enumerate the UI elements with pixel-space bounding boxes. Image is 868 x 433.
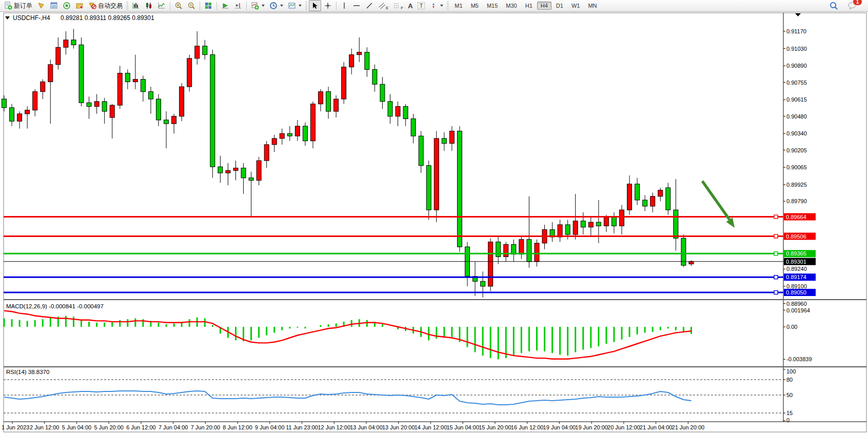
horizontal-line-button[interactable] bbox=[350, 0, 363, 11]
line-handle[interactable] bbox=[774, 252, 778, 255]
bar-chart-icon bbox=[132, 2, 140, 10]
navigator-button[interactable] bbox=[61, 0, 73, 11]
zoom-out-button[interactable] bbox=[185, 0, 198, 11]
timeframe-m15[interactable]: M15 bbox=[483, 2, 501, 10]
equidistant-channel-button[interactable]: E bbox=[376, 0, 390, 11]
chart-shift-button[interactable] bbox=[232, 0, 244, 11]
timeframe-h4[interactable]: H4 bbox=[537, 2, 551, 10]
candle-body bbox=[596, 222, 601, 226]
candle-body bbox=[249, 178, 253, 181]
time-tick-label: 7 Jun 04:00 bbox=[159, 424, 188, 430]
candle-body bbox=[156, 99, 161, 120]
arrows-tool-icon bbox=[429, 2, 438, 10]
trendline-button[interactable] bbox=[363, 0, 376, 11]
horizontal-line-icon bbox=[352, 2, 361, 10]
vertical-line-button[interactable] bbox=[339, 0, 350, 11]
candle-body bbox=[17, 114, 22, 121]
data-window-button[interactable] bbox=[48, 0, 60, 11]
time-tick-label: 12 Jun 12:00 bbox=[318, 424, 350, 430]
terminal-button[interactable] bbox=[73, 0, 86, 11]
candle-body bbox=[388, 102, 392, 116]
line-chart-icon bbox=[157, 2, 166, 10]
axis-tick-label: 0.90340 bbox=[786, 130, 807, 136]
autotrading-label: 自动交易 bbox=[98, 2, 123, 10]
candle-body bbox=[481, 281, 485, 286]
zoom-in-button[interactable] bbox=[172, 0, 185, 11]
market-watch-button[interactable] bbox=[35, 0, 47, 11]
rsi-tick-label: 100 bbox=[786, 368, 796, 375]
bar-chart-button[interactable] bbox=[130, 0, 142, 11]
new-order-button[interactable]: 新订单 bbox=[2, 0, 34, 11]
candle-body bbox=[226, 170, 230, 173]
fibonacci-button[interactable]: F bbox=[391, 0, 405, 11]
line-handle[interactable] bbox=[774, 215, 778, 219]
timeframe-m1[interactable]: M1 bbox=[451, 2, 466, 10]
candle-body bbox=[643, 200, 647, 206]
auto-scroll-button[interactable] bbox=[219, 0, 231, 11]
text-tool-button[interactable]: A bbox=[406, 0, 415, 11]
crosshair-button[interactable] bbox=[322, 0, 334, 11]
time-tick-label: 15 Jun 20:00 bbox=[479, 424, 511, 430]
timeframe-mn[interactable]: MN bbox=[584, 2, 600, 10]
templates-button[interactable] bbox=[286, 0, 304, 11]
indicators-button[interactable] bbox=[249, 0, 267, 11]
candle-body bbox=[41, 82, 45, 91]
line-handle[interactable] bbox=[774, 290, 778, 294]
axis-tick-label: 0.89240 bbox=[786, 266, 807, 272]
candle-body bbox=[79, 45, 84, 103]
autotrading-button[interactable]: 自动交易 bbox=[86, 0, 125, 11]
candle bbox=[666, 183, 670, 214]
line-handle[interactable] bbox=[774, 234, 778, 238]
candle-body bbox=[504, 244, 508, 257]
axis-tick-label: 0.90480 bbox=[786, 113, 807, 120]
tile-windows-button[interactable] bbox=[202, 0, 214, 11]
candle-body bbox=[588, 222, 593, 227]
time-tick-label: 5 Jun 04:00 bbox=[62, 424, 92, 430]
time-tick-label: 2 Jun 12:00 bbox=[30, 424, 60, 430]
new-order-icon bbox=[4, 2, 12, 10]
periods-button[interactable] bbox=[267, 0, 285, 11]
candlestick-chart-button[interactable] bbox=[143, 0, 155, 11]
candle-body bbox=[25, 110, 30, 114]
timeframe-h1[interactable]: H1 bbox=[522, 2, 536, 10]
timeframe-m30[interactable]: M30 bbox=[502, 2, 520, 10]
timeframe-m5[interactable]: M5 bbox=[467, 2, 482, 10]
candle bbox=[434, 131, 439, 222]
axis-tick-label: 0.90065 bbox=[786, 164, 807, 170]
fibonacci-icon bbox=[393, 2, 401, 10]
time-tick-label: 19 Jun 20:00 bbox=[575, 424, 608, 430]
market-watch-icon bbox=[37, 2, 45, 10]
candle bbox=[681, 234, 686, 267]
line-handle[interactable] bbox=[774, 275, 778, 279]
candle-body bbox=[303, 126, 307, 141]
cursor-button[interactable] bbox=[309, 0, 321, 11]
cursor-icon bbox=[311, 2, 319, 10]
candle-body bbox=[611, 218, 616, 226]
zoom-out-icon bbox=[187, 2, 195, 10]
axis-tick-label: 0.89100 bbox=[786, 283, 807, 289]
chart-border bbox=[4, 13, 866, 432]
data-window-icon bbox=[50, 2, 58, 10]
time-tick-label: 21 Jun 20:00 bbox=[672, 424, 705, 430]
timeframe-d1[interactable]: D1 bbox=[553, 2, 567, 10]
text-label-button[interactable]: T bbox=[416, 0, 427, 11]
zoom-in-icon bbox=[174, 2, 183, 10]
timeframe-w1[interactable]: W1 bbox=[568, 2, 584, 10]
candle-body bbox=[203, 46, 207, 55]
candle-body bbox=[110, 105, 114, 117]
periods-caret-icon bbox=[280, 5, 283, 7]
news-button[interactable]: 1 bbox=[845, 0, 859, 11]
candle-body bbox=[287, 133, 292, 136]
auto-scroll-icon bbox=[221, 2, 229, 10]
candle-body bbox=[457, 131, 462, 247]
candle-body bbox=[210, 55, 215, 167]
search-button[interactable] bbox=[827, 0, 840, 11]
candle-body bbox=[434, 139, 439, 210]
line-chart-button[interactable] bbox=[155, 0, 168, 11]
price-label-text: 0.89664 bbox=[786, 214, 806, 220]
axis-tick-label: 0.88960 bbox=[786, 301, 807, 307]
candle-body bbox=[658, 190, 663, 196]
trendline-icon bbox=[365, 2, 373, 10]
axis-tick-label: 0.90615 bbox=[786, 96, 807, 103]
arrows-tool-button[interactable] bbox=[427, 0, 445, 11]
